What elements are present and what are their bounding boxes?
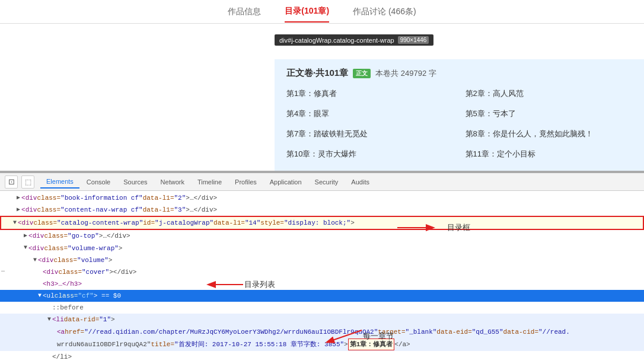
tab-bar: 作品信息 目录(101章) 作品讨论 (466条) — [0, 0, 644, 24]
devtools-tab-application[interactable]: Application — [264, 176, 308, 188]
box-icon[interactable]: ⬚ — [21, 175, 34, 189]
dom-line[interactable]: ▶ <div class="go-top" >…</div> — [0, 230, 644, 242]
content-header: 正文卷·共101章 正文 本卷共 249792 字 — [286, 68, 632, 79]
tab-catalog[interactable]: 目录(101章) — [285, 1, 329, 23]
devtools-tab-elements[interactable]: Elements — [40, 175, 79, 189]
devtools-tab-timeline[interactable]: Timeline — [192, 176, 228, 188]
dom-line[interactable]: ▶ <div class="book-information cf" data-… — [0, 192, 644, 204]
dom-line-li1[interactable]: ▼ <li data-rid="1" > — [0, 314, 644, 325]
dom-line[interactable]: <div class="cover" ></div> — [0, 266, 644, 278]
dom-line-catalog[interactable]: ▼ <div class="catalog-content-wrap" id="… — [0, 216, 644, 230]
chapter-item[interactable]: 第7章：踏破铁鞋无觅处 — [286, 126, 454, 142]
element-tooltip: div#j-catalogWrap.catalog-content-wrap 9… — [275, 34, 433, 46]
tab-artwork-info[interactable]: 作品信息 — [228, 2, 261, 22]
chapter-item[interactable]: 第10章：灵市大爆炸 — [286, 146, 454, 162]
devtools-tab-audits[interactable]: Audits — [345, 176, 375, 188]
devtools-tab-console[interactable]: Console — [81, 176, 116, 188]
dom-line-anchor2[interactable]: wrrduN6auI1OBDFlr9quQA2" title="首发时间: 20… — [0, 338, 644, 351]
content-section: 正文卷·共101章 正文 本卷共 249792 字 第1章：修真者 第2章：高人… — [275, 59, 644, 171]
tooltip-dimensions: 990×1446 — [398, 36, 429, 44]
chapter-item[interactable]: 第5章：亏本了 — [466, 106, 633, 122]
dom-line[interactable]: ::before — [0, 302, 644, 314]
devtools-tab-sources[interactable]: Sources — [117, 176, 153, 188]
dom-line-ul[interactable]: ▼ <ul class="cf" > == $0 — [0, 290, 644, 302]
chapter-item[interactable]: 第4章：眼罩 — [286, 106, 454, 122]
dom-line[interactable]: ▶ <div class="content-nav-wrap cf" data-… — [0, 204, 644, 216]
devtools-content: ▶ <div class="book-information cf" data-… — [0, 191, 644, 364]
dom-line[interactable]: </li> — [0, 351, 644, 363]
badge-green: 正文 — [353, 69, 371, 78]
devtools-tab-profiles[interactable]: Profiles — [229, 176, 263, 188]
dom-line[interactable]: <h3>…</h3> — [0, 278, 644, 290]
chapter-item[interactable]: 第8章：你是什么人，竟然如此脑残！ — [466, 126, 633, 142]
dom-line[interactable]: ▼ <div class="volume-wrap" > — [0, 242, 644, 254]
devtools-ellipsis: … — [1, 267, 5, 273]
devtools-tab-network[interactable]: Network — [155, 176, 190, 188]
app-container: 作品信息 目录(101章) 作品讨论 (466条) div#j-catalogW… — [0, 0, 644, 364]
word-count: 本卷共 249792 字 — [375, 68, 436, 79]
devtools-panel: ⊡ ⬚ Elements Console Sources Network Tim… — [0, 172, 644, 364]
dom-line-anchor[interactable]: <a href="//read.qidian.com/chapter/MuRzJ… — [0, 326, 644, 338]
cursor-icon[interactable]: ⊡ — [5, 175, 18, 189]
chapter-item[interactable]: 第11章：定个小目标 — [466, 146, 633, 162]
dom-line[interactable]: ▼ <div class="volume" > — [0, 254, 644, 266]
tab-discussion[interactable]: 作品讨论 (466条) — [353, 2, 416, 22]
chapter-item[interactable]: 第1章：修真者 — [286, 86, 454, 101]
chapter-grid: 第1章：修真者 第2章：高人风范 第4章：眼罩 第5章：亏本了 第7章：踏破铁鞋… — [286, 86, 632, 162]
dom-tree: ▶ <div class="book-information cf" data-… — [0, 191, 644, 364]
devtools-toolbar: ⊡ ⬚ Elements Console Sources Network Tim… — [0, 173, 644, 191]
preview-area: 作品信息 目录(101章) 作品讨论 (466条) div#j-catalogW… — [0, 0, 644, 172]
devtools-tab-security[interactable]: Security — [309, 176, 345, 188]
chapter-item[interactable]: 第2章：高人风范 — [466, 86, 633, 101]
